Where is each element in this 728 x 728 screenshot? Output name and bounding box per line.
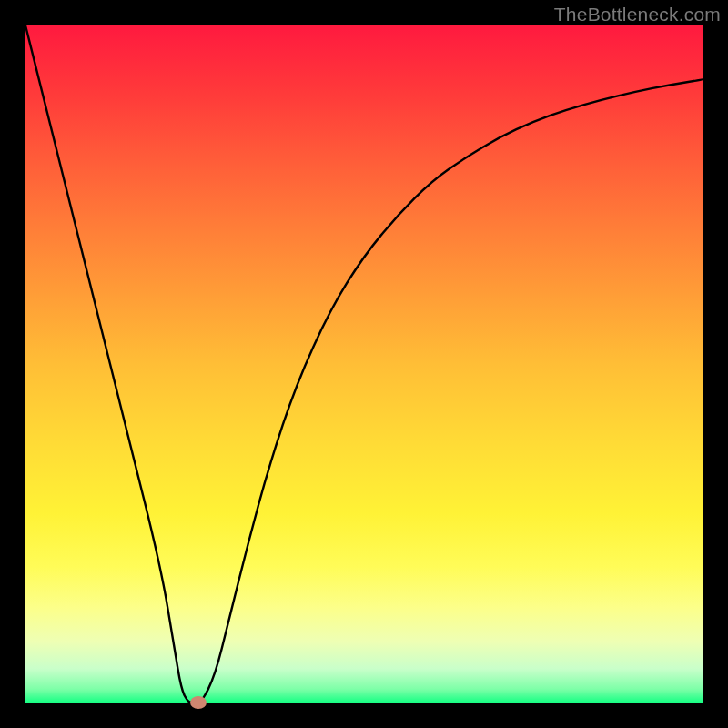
chart-frame: TheBottleneck.com (0, 0, 728, 728)
optimal-point-marker (190, 696, 207, 709)
watermark-text: TheBottleneck.com (554, 4, 721, 25)
bottleneck-curve (25, 25, 703, 703)
plot-area (25, 25, 703, 703)
curve-layer (25, 25, 703, 703)
